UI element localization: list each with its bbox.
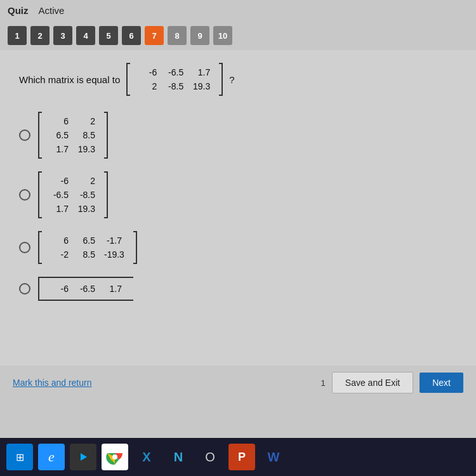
mark-return-link[interactable]: Mark this and return [13,378,92,388]
tab-1[interactable]: 1 [8,26,27,45]
radio-b[interactable] [19,189,30,201]
tab-3[interactable]: 3 [53,26,72,45]
tabs-row: 1 2 3 4 5 6 7 8 9 10 [0,21,476,50]
tab-7[interactable]: 7 [145,26,164,45]
option-d: -6 -6.5 1.7 [19,277,457,301]
target-matrix-row-2: 2 -8.5 19.3 [133,79,216,93]
tab-9[interactable]: 9 [190,26,209,45]
matrix-b: -6 2 -6.5 -8.5 1.7 19.3 [38,171,108,218]
svg-point-4 [112,454,117,459]
content-area: Which matrix is equal to -6 -6.5 1.7 2 -… [0,50,476,367]
tab-10[interactable]: 10 [213,26,232,45]
next-button[interactable]: Next [420,373,463,393]
onedrive-icon[interactable]: O [197,444,223,470]
save-exit-button[interactable]: Save and Exit [332,372,413,393]
radio-c[interactable] [19,242,30,253]
tab-6[interactable]: 6 [122,26,141,45]
media-player-icon[interactable] [70,444,96,470]
matrix-c: 6 6.5 -1.7 -2 8.5 -19.3 [38,231,137,264]
page-number: 1 [321,378,326,388]
question-text: Which matrix is equal to -6 -6.5 1.7 2 -… [19,63,457,96]
option-b: -6 2 -6.5 -8.5 1.7 19.3 [19,171,457,218]
question-mark: ? [229,74,234,85]
target-matrix-row-1: -6 -6.5 1.7 [133,65,216,79]
tab-5[interactable]: 5 [99,26,118,45]
main-area: Quiz Active 1 2 3 4 5 6 7 8 9 10 Which m… [0,0,476,438]
tab-8[interactable]: 8 [168,26,187,45]
target-matrix: -6 -6.5 1.7 2 -8.5 19.3 [126,63,223,96]
windows-icon[interactable]: ⊞ [6,444,33,470]
notepad-icon[interactable]: N [165,444,192,470]
radio-a[interactable] [19,129,30,141]
quiz-label: Quiz [8,5,29,16]
active-label: Active [39,5,65,16]
x-app-icon[interactable]: X [133,444,160,470]
options-list: 6 2 6.5 8.5 1.7 19.3 [19,112,457,301]
footer-bar: Mark this and return 1 Save and Exit Nex… [0,366,476,400]
option-a: 6 2 6.5 8.5 1.7 19.3 [19,112,457,159]
matrix-a: 6 2 6.5 8.5 1.7 19.3 [38,112,108,159]
tab-2[interactable]: 2 [30,26,50,45]
tab-4[interactable]: 4 [76,26,95,45]
radio-d[interactable] [19,283,30,294]
powerpoint-icon[interactable]: P [228,444,255,470]
chrome-icon[interactable] [102,444,128,470]
ie-icon[interactable]: e [38,444,65,470]
header-bar: Quiz Active [0,0,476,21]
taskbar: ⊞ e X N O P W [0,438,476,476]
footer-right: 1 Save and Exit Next [321,372,463,393]
option-c: 6 6.5 -1.7 -2 8.5 -19.3 [19,231,457,264]
word-icon[interactable]: W [260,444,287,470]
matrix-d: -6 -6.5 1.7 [38,277,133,301]
question-label: Which matrix is equal to [19,74,120,85]
